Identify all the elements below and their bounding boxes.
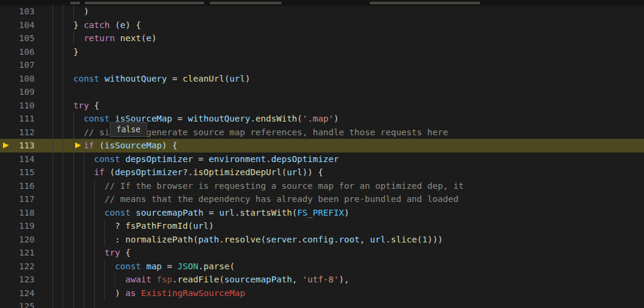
code-line-112: 112 // since we generate source map refe…	[0, 126, 644, 139]
code-line-content[interactable]: )	[35, 5, 644, 18]
line-number[interactable]: 105	[14, 32, 35, 45]
breakpoint-glyph-margin[interactable]	[0, 300, 14, 308]
code-text: }	[35, 45, 79, 59]
line-number[interactable]: 103	[14, 5, 35, 18]
code-line-content[interactable]: ? fsPathFromId(url)	[35, 219, 644, 233]
line-number[interactable]: 125	[14, 300, 35, 308]
indent-guide	[52, 300, 53, 308]
line-number[interactable]: 123	[14, 273, 35, 287]
indent-guide	[114, 273, 115, 287]
breakpoint-glyph-margin[interactable]	[0, 126, 14, 139]
code-text: if (depsOptimizer?.isOptimizedDepUrl(url…	[35, 166, 323, 179]
line-number[interactable]: 108	[14, 72, 35, 86]
indent-guide	[73, 139, 74, 153]
code-line-content[interactable]: if (isSourceMap) {	[35, 139, 644, 153]
line-number[interactable]: 119	[14, 219, 35, 233]
indent-guide	[52, 18, 53, 32]
breakpoint-glyph-margin[interactable]	[0, 206, 14, 220]
indent-guide	[52, 85, 53, 99]
code-line-124: 124 ) as ExistingRawSourceMap	[0, 287, 644, 300]
code-line-content[interactable]: return next(e)	[35, 32, 644, 45]
line-number[interactable]: 109	[14, 85, 35, 99]
indent-guide	[63, 5, 63, 18]
code-line-content[interactable]: }	[35, 45, 644, 59]
breakpoint-glyph-margin[interactable]	[0, 72, 14, 86]
code-line-content[interactable]: const depsOptimizer = environment.depsOp…	[35, 153, 644, 166]
code-line-content[interactable]: // If the browser is requesting a source…	[35, 179, 644, 193]
line-number[interactable]: 111	[14, 112, 35, 126]
breakpoint-glyph-margin[interactable]	[0, 260, 14, 273]
line-number[interactable]: 104	[14, 18, 35, 32]
debug-current-line-arrow-icon	[3, 142, 9, 148]
line-number[interactable]: 116	[14, 179, 35, 193]
line-number[interactable]: 118	[14, 206, 35, 220]
line-number[interactable]: 115	[14, 166, 35, 179]
line-number[interactable]: 122	[14, 260, 35, 273]
code-line-content[interactable]: const withoutQuery = cleanUrl(url)	[35, 72, 644, 86]
code-line-content[interactable]: const sourcemapPath = url.startsWith(FS_…	[35, 206, 644, 220]
line-number[interactable]: 112	[14, 126, 35, 139]
line-number[interactable]: 113	[14, 139, 35, 153]
breakpoint-glyph-margin[interactable]	[0, 5, 14, 18]
code-line-content[interactable]: } catch (e) {	[35, 18, 644, 32]
breakpoint-glyph-margin[interactable]	[0, 179, 14, 193]
line-number[interactable]: 124	[14, 287, 35, 300]
code-line-103: 103 )	[0, 5, 644, 18]
code-line-content[interactable]: // means that the dependency has already…	[35, 192, 644, 206]
indent-guide	[52, 273, 53, 287]
breakpoint-glyph-margin[interactable]	[0, 45, 14, 59]
breakpoint-glyph-margin[interactable]	[0, 139, 14, 153]
indent-guide	[63, 166, 63, 179]
indent-guide	[83, 153, 84, 166]
indent-guide	[63, 112, 63, 126]
breakpoint-glyph-margin[interactable]	[0, 32, 14, 45]
breakpoint-glyph-margin[interactable]	[0, 192, 14, 206]
breakpoint-glyph-margin[interactable]	[0, 58, 14, 72]
indent-guide	[63, 153, 63, 166]
code-line-content[interactable]: if (depsOptimizer?.isOptimizedDepUrl(url…	[35, 166, 644, 179]
breakpoint-glyph-margin[interactable]	[0, 153, 14, 166]
line-number[interactable]: 110	[14, 99, 35, 113]
indent-guide	[52, 5, 53, 18]
line-number[interactable]: 120	[14, 233, 35, 247]
breakpoint-glyph-margin[interactable]	[0, 233, 14, 247]
indent-guide	[83, 166, 84, 179]
indent-guide	[52, 219, 53, 233]
line-number[interactable]: 106	[14, 45, 35, 59]
code-line-content[interactable]: try {	[35, 246, 644, 260]
code-text: ? fsPathFromId(url)	[35, 219, 214, 233]
indent-guide	[52, 72, 53, 86]
line-number[interactable]: 107	[14, 58, 35, 72]
breakpoint-glyph-margin[interactable]	[0, 18, 14, 32]
code-line-content[interactable]	[35, 58, 644, 72]
breakpoint-glyph-margin[interactable]	[0, 246, 14, 260]
breakpoint-glyph-margin[interactable]	[0, 273, 14, 287]
indent-guide	[94, 287, 95, 300]
code-line-content[interactable]	[35, 300, 644, 308]
code-line-content[interactable]	[35, 85, 644, 99]
indent-guide	[83, 179, 84, 193]
indent-guide	[83, 260, 84, 273]
line-number[interactable]: 114	[14, 153, 35, 166]
breakpoint-glyph-margin[interactable]	[0, 166, 14, 179]
indent-guide	[63, 72, 63, 86]
line-number[interactable]: 121	[14, 246, 35, 260]
code-line-content[interactable]: ) as ExistingRawSourceMap	[35, 287, 644, 300]
indent-guide	[63, 206, 63, 220]
code-line-content[interactable]: await fsp.readFile(sourcemapPath, 'utf-8…	[35, 273, 644, 287]
indent-guide	[83, 300, 84, 308]
breakpoint-glyph-margin[interactable]	[0, 85, 14, 99]
breakpoint-glyph-margin[interactable]	[0, 287, 14, 300]
indent-guide	[94, 300, 95, 308]
breakpoint-glyph-margin[interactable]	[0, 112, 14, 126]
breakpoint-glyph-margin[interactable]	[0, 99, 14, 113]
code-line-content[interactable]: const map = JSON.parse(	[35, 260, 644, 273]
breakpoint-glyph-margin[interactable]	[0, 219, 14, 233]
indent-guide	[83, 287, 84, 300]
code-line-content[interactable]: : normalizePath(path.resolve(server.conf…	[35, 233, 644, 247]
code-editor[interactable]: 103 )104 } catch (e) {105 return next(e)…	[0, 0, 644, 308]
code-text: const sourcemapPath = url.startsWith(FS_…	[35, 206, 349, 220]
code-line-content[interactable]: try {	[35, 99, 644, 113]
line-number[interactable]: 117	[14, 192, 35, 206]
code-line-123: 123 await fsp.readFile(sourcemapPath, 'u…	[0, 273, 644, 287]
